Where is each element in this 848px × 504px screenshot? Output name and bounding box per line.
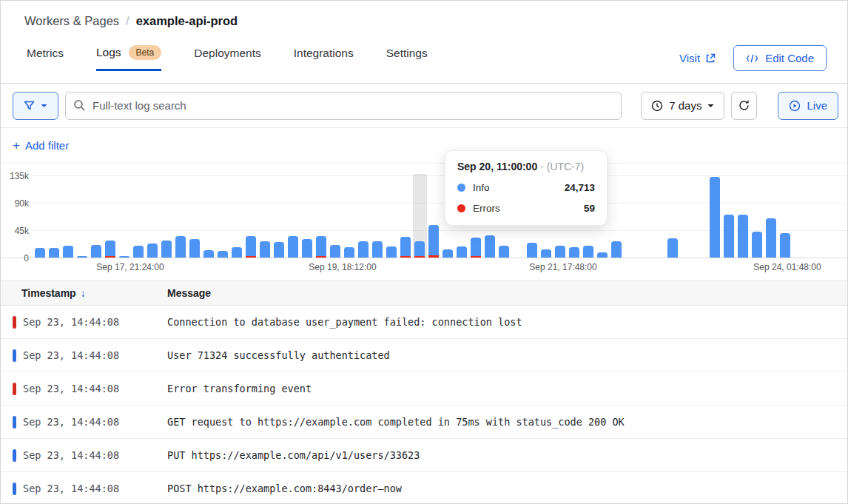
- log-row[interactable]: Sep 23, 14:44:08PUT https://example.com/…: [1, 439, 847, 472]
- chart-bar-info-segment: [780, 233, 790, 258]
- log-row[interactable]: Sep 23, 14:44:08User 71324 successfully …: [1, 339, 847, 372]
- filter-menu-button[interactable]: [13, 92, 58, 120]
- tab-label: Deployments: [194, 47, 260, 60]
- log-row[interactable]: Sep 23, 14:44:08GET request to https://e…: [1, 406, 847, 439]
- log-volume-chart[interactable]: 135k90k45k0Sep 17, 21:24:00Sep 19, 18:12…: [1, 164, 847, 280]
- chart-bar[interactable]: [119, 256, 129, 258]
- chart-bar[interactable]: [274, 242, 284, 258]
- chart-bar[interactable]: [724, 215, 734, 258]
- chart-bar[interactable]: [555, 246, 565, 258]
- time-range-label: 7 days: [669, 99, 701, 112]
- play-circle-icon: [789, 100, 801, 112]
- chart-bar[interactable]: [442, 249, 453, 258]
- chart-bar[interactable]: [105, 241, 115, 258]
- chart-bar[interactable]: [400, 237, 411, 258]
- chart-bar[interactable]: [541, 249, 551, 258]
- chart-bar[interactable]: [232, 247, 242, 258]
- column-header-timestamp[interactable]: Timestamp ↓: [1, 287, 167, 299]
- y-axis-tick: 90k: [2, 198, 29, 209]
- chart-bar[interactable]: [471, 238, 481, 258]
- chart-bar[interactable]: [499, 246, 509, 258]
- chart-bar[interactable]: [569, 247, 579, 258]
- chart-bar-info-segment: [597, 252, 608, 258]
- log-row[interactable]: Sep 23, 14:44:08POST https://example.com…: [1, 472, 847, 504]
- visit-link[interactable]: Visit: [679, 52, 716, 64]
- chart-bar-errors-segment: [428, 255, 439, 258]
- clock-icon: [651, 100, 663, 112]
- refresh-button[interactable]: [731, 92, 757, 120]
- workers-logs-page: Workers & Pages / example-api-prod Metri…: [0, 0, 848, 504]
- tab-label: Settings: [386, 47, 428, 60]
- live-button[interactable]: Live: [778, 92, 838, 120]
- log-timestamp: Sep 23, 14:44:08: [23, 349, 167, 361]
- chart-bar[interactable]: [316, 236, 326, 258]
- chart-bar[interactable]: [766, 218, 776, 258]
- chart-bar[interactable]: [35, 248, 45, 258]
- log-row[interactable]: Sep 23, 14:44:08Connection to database u…: [1, 306, 847, 339]
- tab-integrations[interactable]: Integrations: [294, 47, 354, 71]
- tab-settings[interactable]: Settings: [386, 47, 428, 71]
- chart-bar[interactable]: [485, 235, 495, 258]
- chart-bar[interactable]: [386, 246, 397, 258]
- chart-bar[interactable]: [611, 241, 622, 258]
- severity-indicator-info: [13, 449, 16, 462]
- funnel-icon: [24, 101, 35, 111]
- chart-bar[interactable]: [583, 246, 593, 258]
- chart-bar[interactable]: [260, 241, 270, 258]
- chart-bar[interactable]: [780, 233, 790, 258]
- chart-bar-info-segment: [63, 246, 73, 258]
- chart-bar[interactable]: [457, 246, 467, 258]
- sort-desc-icon[interactable]: ↓: [81, 287, 86, 299]
- chart-bar[interactable]: [189, 239, 200, 258]
- log-table: Timestamp ↓ Message Sep 23, 14:44:08Conn…: [1, 280, 847, 504]
- chart-bar[interactable]: [667, 238, 678, 258]
- series-label: Info: [473, 182, 490, 193]
- chart-bar[interactable]: [372, 241, 383, 258]
- chart-bar[interactable]: [414, 241, 425, 258]
- chart-bar[interactable]: [527, 243, 537, 258]
- chart-bar[interactable]: [77, 256, 87, 258]
- severity-indicator-error: [13, 383, 16, 395]
- tab-deployments[interactable]: Deployments: [194, 47, 260, 71]
- chart-bar-info-segment: [386, 246, 397, 258]
- chart-bar[interactable]: [428, 225, 439, 258]
- chart-bar[interactable]: [752, 232, 762, 258]
- edit-code-button[interactable]: Edit Code: [733, 45, 827, 71]
- chart-bar[interactable]: [330, 245, 340, 258]
- breadcrumb-current: example-api-prod: [136, 14, 238, 28]
- chart-bar-info-segment: [358, 241, 369, 258]
- chart-bar-info-segment: [710, 177, 720, 258]
- breadcrumb-separator: /: [126, 14, 129, 28]
- chart-bar[interactable]: [218, 251, 228, 258]
- chart-bar[interactable]: [63, 246, 73, 258]
- log-row[interactable]: Sep 23, 14:44:08Error transforming event: [1, 372, 847, 406]
- y-axis-tick: 45k: [2, 226, 29, 236]
- breadcrumb-section[interactable]: Workers & Pages: [24, 14, 119, 28]
- add-filter-row: + Add filter: [1, 128, 847, 164]
- gridline: [32, 203, 847, 204]
- chart-bar[interactable]: [344, 247, 354, 258]
- chart-bar[interactable]: [147, 243, 158, 258]
- chart-bar[interactable]: [246, 236, 256, 258]
- chart-bar[interactable]: [161, 241, 172, 258]
- time-range-dropdown[interactable]: 7 days: [641, 92, 724, 120]
- chart-bar[interactable]: [288, 236, 298, 258]
- tab-logs[interactable]: LogsBeta: [96, 45, 161, 71]
- chart-bar[interactable]: [91, 245, 101, 258]
- tab-metrics[interactable]: Metrics: [27, 47, 64, 71]
- chart-bar[interactable]: [302, 239, 312, 258]
- chart-bar[interactable]: [710, 177, 720, 258]
- chart-bar[interactable]: [175, 236, 186, 258]
- chart-bar[interactable]: [738, 215, 748, 258]
- chart-bar[interactable]: [133, 246, 144, 258]
- add-filter-button[interactable]: + Add filter: [13, 139, 69, 152]
- search-input[interactable]: [65, 92, 622, 120]
- log-timestamp: Sep 23, 14:44:08: [23, 316, 167, 328]
- chart-bar[interactable]: [358, 241, 369, 258]
- chart-bar[interactable]: [203, 250, 214, 258]
- chart-bar[interactable]: [49, 248, 59, 258]
- log-table-header: Timestamp ↓ Message: [1, 280, 847, 306]
- x-axis-tick: Sep 17, 21:24:00: [96, 262, 164, 272]
- chart-bar[interactable]: [597, 252, 608, 258]
- severity-indicator-info: [13, 416, 16, 429]
